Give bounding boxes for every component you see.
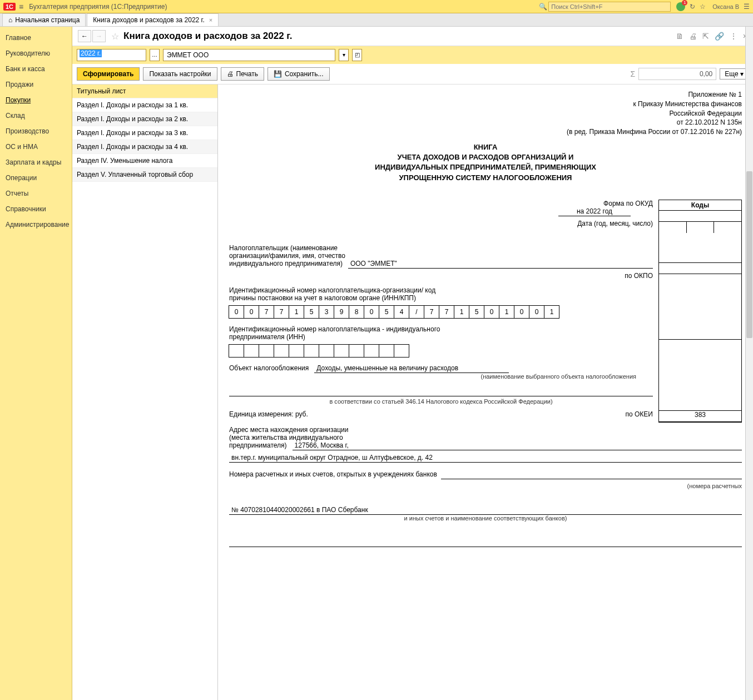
sidebar-item[interactable]: Склад bbox=[0, 108, 72, 123]
save-icon bbox=[274, 70, 282, 78]
section-item[interactable]: Раздел I. Доходы и расходы за 1 кв. bbox=[72, 98, 217, 112]
date-label: Дата (год, месяц, число) bbox=[229, 220, 653, 227]
history-icon[interactable]: ↻ bbox=[690, 3, 695, 11]
logo-1c: 1C bbox=[3, 3, 16, 11]
global-search[interactable]: 🔍 bbox=[539, 2, 671, 12]
okpo-label: по ОКПО bbox=[229, 272, 653, 280]
org-open-button[interactable]: ◰ bbox=[352, 49, 362, 61]
period-picker-button[interactable]: … bbox=[150, 49, 160, 61]
main-sidebar: ГлавноеРуководителюБанк и кассаПродажиПо… bbox=[0, 27, 72, 700]
sidebar-item[interactable]: Зарплата и кадры bbox=[0, 155, 72, 170]
sidebar-item[interactable]: Администрирование bbox=[0, 217, 72, 232]
search-icon: 🔍 bbox=[539, 3, 547, 11]
tab-home[interactable]: ⌂ Начальная страница bbox=[2, 13, 86, 26]
print-icon bbox=[227, 70, 234, 78]
account-value: № 40702810440020002661 в ПАО Сбербанк bbox=[229, 506, 742, 515]
tab-report[interactable]: Книга доходов и расходов за 2022 г. × bbox=[87, 13, 219, 26]
section-item[interactable]: Раздел I. Доходы и расходы за 2 кв. bbox=[72, 112, 217, 126]
search-input[interactable] bbox=[548, 2, 671, 12]
section-item[interactable]: Раздел IV. Уменьшение налога bbox=[72, 154, 217, 168]
close-icon[interactable]: × bbox=[209, 17, 212, 23]
inn-block: Идентификационный номер налогоплательщик… bbox=[229, 286, 653, 319]
period-input[interactable]: 2022 г. bbox=[77, 49, 146, 61]
user-label[interactable]: Оксана В bbox=[712, 3, 739, 10]
sidebar-item[interactable]: Банк и касса bbox=[0, 61, 72, 77]
print-button[interactable]: Печать bbox=[221, 67, 264, 81]
sigma-icon: Σ bbox=[631, 69, 636, 78]
inn-ip-grid bbox=[229, 344, 653, 358]
sidebar-item[interactable]: Отчеты bbox=[0, 186, 72, 201]
sidebar-item[interactable]: Главное bbox=[0, 30, 72, 46]
section-item[interactable]: Раздел V. Уплаченный торговый сбор bbox=[72, 168, 217, 182]
notification-icon[interactable] bbox=[676, 2, 685, 11]
org-dropdown-button[interactable]: ▾ bbox=[339, 49, 349, 61]
home-icon: ⌂ bbox=[8, 16, 12, 24]
section-list: Титульный листРаздел I. Доходы и расходы… bbox=[72, 85, 218, 700]
accounts-block: Номера расчетных и иных счетов, открытых… bbox=[229, 470, 742, 549]
sidebar-item[interactable]: ОС и НМА bbox=[0, 139, 72, 155]
sidebar-item[interactable]: Справочники bbox=[0, 201, 72, 217]
print-page-icon[interactable]: 🖨 bbox=[689, 32, 697, 41]
inn-ip-block: Идентификационный номер налогоплательщик… bbox=[229, 325, 653, 358]
tab-home-label: Начальная страница bbox=[15, 16, 80, 24]
org-input[interactable]: ЭММЕТ ООО bbox=[163, 49, 335, 61]
sidebar-item[interactable]: Руководителю bbox=[0, 46, 72, 61]
back-button[interactable]: ← bbox=[78, 30, 91, 42]
user-menu-icon[interactable]: ☰ bbox=[744, 3, 750, 11]
period-value: на 2022 год bbox=[558, 207, 631, 216]
taxpayer-block: Налогоплательщик (наименование организац… bbox=[229, 244, 653, 269]
sidebar-item[interactable]: Операции bbox=[0, 170, 72, 186]
scrollbar-vertical[interactable] bbox=[745, 27, 753, 700]
okei-value: 383 bbox=[659, 411, 741, 422]
save-view-icon[interactable]: 🗎 bbox=[676, 32, 683, 41]
doc-title: КНИГА УЧЕТА ДОХОДОВ И РАСХОДОВ ОРГАНИЗАЦ… bbox=[229, 142, 742, 183]
section-item[interactable]: Раздел I. Доходы и расходы за 4 кв. bbox=[72, 140, 217, 154]
form-button[interactable]: Сформировать bbox=[77, 67, 140, 81]
scrollbar-thumb[interactable] bbox=[746, 171, 752, 338]
tax-object-value: Доходы, уменьшенные на величину расходов bbox=[314, 364, 509, 373]
taxpayer-value: ООО "ЭММЕТ" bbox=[348, 260, 653, 269]
menu-icon[interactable]: ≡ bbox=[19, 2, 23, 11]
page-title: Книга доходов и расходов за 2022 г. bbox=[123, 31, 292, 42]
tab-report-label: Книга доходов и расходов за 2022 г. bbox=[93, 16, 204, 24]
favorite-icon[interactable]: ☆ bbox=[700, 3, 706, 11]
forward-button[interactable]: → bbox=[92, 30, 106, 42]
kebab-icon[interactable]: ⋮ bbox=[730, 32, 737, 41]
okei-label: по ОКЕИ bbox=[626, 410, 653, 418]
more-button[interactable]: Еще ▾ bbox=[720, 68, 749, 80]
document-viewport[interactable]: Приложение № 1к Приказу Министерства фин… bbox=[218, 85, 753, 700]
sidebar-item[interactable]: Продажи bbox=[0, 77, 72, 92]
star-icon[interactable]: ☆ bbox=[111, 31, 119, 42]
link-icon[interactable]: 🔗 bbox=[715, 32, 724, 41]
section-item[interactable]: Титульный лист bbox=[72, 85, 217, 98]
sidebar-item[interactable]: Покупки bbox=[0, 92, 72, 108]
doc-meta: Приложение № 1к Приказу Министерства фин… bbox=[229, 90, 742, 137]
save-button[interactable]: Сохранить... bbox=[267, 67, 330, 81]
sum-display: 0,00 bbox=[638, 68, 716, 80]
sidebar-item[interactable]: Производство bbox=[0, 123, 72, 139]
section-item[interactable]: Раздел I. Доходы и расходы за 3 кв. bbox=[72, 126, 217, 140]
show-settings-button[interactable]: Показать настройки bbox=[143, 67, 217, 81]
codes-table: Коды 383 bbox=[658, 200, 742, 423]
export-icon[interactable]: ⇱ bbox=[702, 32, 709, 41]
address-block: Адрес места нахождения организации (мест… bbox=[229, 426, 742, 463]
app-title: Бухгалтерия предприятия (1С:Предприятие) bbox=[29, 3, 167, 11]
tax-object-block: Объект налогообложения Доходы, уменьшенн… bbox=[229, 364, 653, 405]
unit-label: Единица измерения: руб. bbox=[229, 410, 308, 418]
inn-grid: 007715398054/771501001 bbox=[229, 305, 653, 319]
okud-label: Форма по ОКУД bbox=[229, 200, 653, 207]
